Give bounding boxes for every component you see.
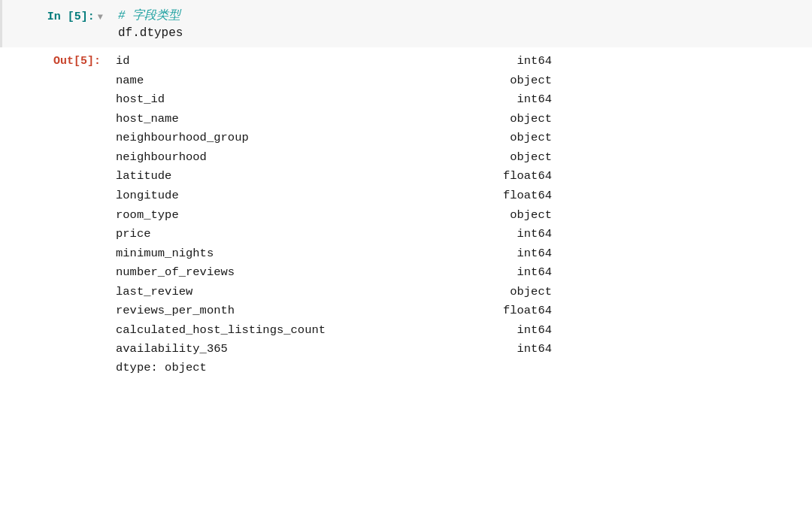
table-row: room_typeobject [116,206,812,226]
table-row: priceint64 [116,225,812,244]
dtype-field-name: last_review [116,283,477,302]
dtype-field-name: number_of_reviews [116,263,477,283]
dtype-footer: dtype: object [116,361,812,374]
table-row: neighbourhood_groupobject [116,129,812,148]
dtype-field-type: float64 [477,167,552,186]
dtype-field-type: object [477,71,552,91]
output-content: idint64nameobjecthost_idint64host_nameob… [113,52,812,374]
table-row: minimum_nightsint64 [116,244,812,264]
code-line: df.dtypes [118,26,812,40]
dtype-field-type: float64 [477,301,552,321]
input-label-text: In [5]: [47,11,95,23]
dtype-field-type: float64 [477,186,552,206]
dtype-field-type: object [477,283,552,302]
dtype-field-type: int64 [477,244,552,264]
dtype-field-type: int64 [477,321,552,341]
table-row: number_of_reviewsint64 [116,263,812,283]
dtype-field-name: room_type [116,206,477,226]
output-cell: Out[5]: idint64nameobjecthost_idint64hos… [0,47,812,379]
dtype-field-name: latitude [116,167,477,186]
dtype-field-type: object [477,129,552,148]
dtype-field-name: id [116,52,477,71]
dtype-field-name: host_id [116,90,477,110]
dtype-field-name: longitude [116,186,477,206]
dtype-field-type: int64 [477,340,552,359]
dtype-field-type: object [477,206,552,226]
dtype-field-type: int64 [477,263,552,283]
dtype-field-name: neighbourhood_group [116,129,477,148]
dtype-field-name: host_name [116,110,477,129]
dtype-field-name: price [116,225,477,244]
dtype-field-type: object [477,110,552,129]
input-content: # 字段类型 df.dtypes [115,8,812,40]
table-row: reviews_per_monthfloat64 [116,301,812,321]
table-row: host_idint64 [116,90,812,110]
dtype-field-name: availability_365 [116,340,477,359]
output-label-text: Out[5]: [53,55,101,68]
table-row: latitudefloat64 [116,167,812,186]
dtype-field-name: calculated_host_listings_count [116,321,477,341]
table-row: neighbourhoodobject [116,148,812,168]
input-label: In [5]: ▼ [2,8,115,23]
table-row: longitudefloat64 [116,186,812,206]
dtype-field-type: int64 [477,52,552,71]
dtype-field-type: int64 [477,225,552,244]
dtype-field-name: reviews_per_month [116,301,477,321]
table-row: last_reviewobject [116,283,812,302]
table-row: nameobject [116,71,812,91]
dtype-field-type: object [477,148,552,168]
dtype-field-type: int64 [477,90,552,110]
comment-line: # 字段类型 [118,8,812,23]
table-row: idint64 [116,52,812,71]
output-label: Out[5]: [0,52,113,68]
dtype-table: idint64nameobjecthost_idint64host_nameob… [116,52,812,359]
dtype-field-name: name [116,71,477,91]
table-row: host_nameobject [116,110,812,129]
notebook-container: In [5]: ▼ # 字段类型 df.dtypes Out[5]: idint… [0,0,812,506]
collapse-arrow-icon[interactable]: ▼ [98,12,103,23]
input-cell: In [5]: ▼ # 字段类型 df.dtypes [0,0,812,47]
table-row: availability_365int64 [116,340,812,359]
dtype-field-name: neighbourhood [116,148,477,168]
dtype-field-name: minimum_nights [116,244,477,264]
table-row: calculated_host_listings_countint64 [116,321,812,341]
